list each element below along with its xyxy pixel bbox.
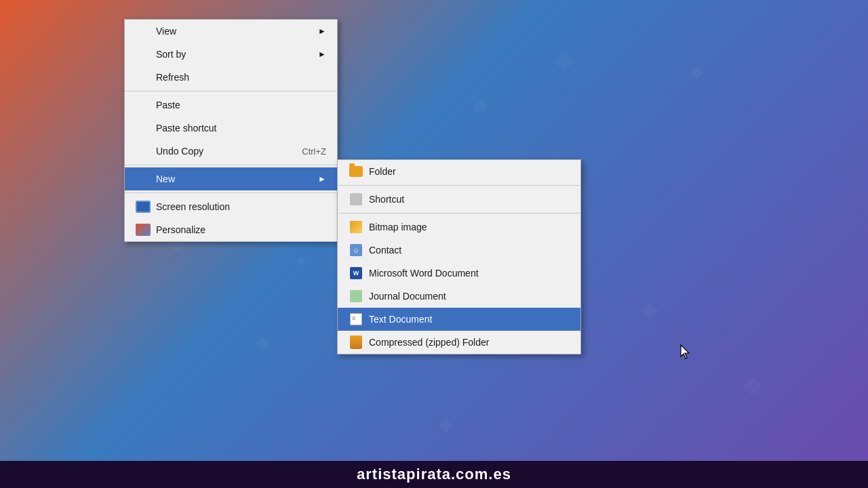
- menu-item-view[interactable]: View ►: [125, 20, 337, 43]
- sep-sub-2: [338, 213, 580, 214]
- view-icon: [136, 24, 151, 39]
- menu-item-paste-shortcut[interactable]: Paste shortcut: [125, 117, 337, 140]
- undo-shortcut: Ctrl+Z: [302, 146, 326, 157]
- sep-sub-1: [338, 185, 580, 186]
- personalize-icon: [136, 222, 151, 237]
- separator-1: [125, 91, 337, 92]
- menu-view-label: View: [156, 26, 318, 37]
- menu-undo-label: Undo Copy: [156, 146, 288, 157]
- word-icon: W: [349, 266, 363, 281]
- sort-icon: [136, 47, 151, 62]
- submenu-shortcut-label: Shortcut: [369, 194, 570, 205]
- menu-item-paste[interactable]: Paste: [125, 94, 337, 117]
- menu-new-label: New: [156, 174, 318, 184]
- paste-icon: [136, 98, 151, 113]
- submenu-item-word[interactable]: W Microsoft Word Document: [338, 262, 580, 285]
- menu-item-sort-by[interactable]: Sort by ►: [125, 43, 337, 66]
- new-arrow: ►: [318, 174, 326, 184]
- submenu-item-zip[interactable]: Compressed (zipped) Folder: [338, 331, 580, 354]
- bitmap-icon: [349, 220, 363, 235]
- submenu-contact-label: Contact: [369, 245, 570, 256]
- screen-resolution-icon: [136, 199, 151, 214]
- journal-icon: [349, 289, 363, 304]
- submenu-zip-label: Compressed (zipped) Folder: [369, 337, 570, 348]
- paste-shortcut-icon: [136, 121, 151, 136]
- menu-paste-shortcut-label: Paste shortcut: [156, 123, 326, 134]
- view-arrow: ►: [318, 26, 326, 36]
- submenu-item-journal[interactable]: Journal Document: [338, 285, 580, 308]
- menu-item-undo-copy[interactable]: Undo Copy Ctrl+Z: [125, 140, 337, 163]
- zip-icon: [349, 335, 363, 350]
- separator-3: [125, 192, 337, 193]
- submenu-word-label: Microsoft Word Document: [369, 268, 570, 279]
- separator-2: [125, 165, 337, 165]
- menu-paste-label: Paste: [156, 100, 326, 110]
- submenu-new: Folder Shortcut Bitmap image ☺ Contact W…: [337, 159, 581, 354]
- sort-arrow: ►: [318, 49, 326, 59]
- new-icon: [136, 171, 151, 186]
- contact-icon: ☺: [349, 243, 363, 258]
- website-label: artistapirata.com.es: [357, 466, 511, 483]
- submenu-text-label: Text Document: [369, 314, 570, 325]
- menu-refresh-label: Refresh: [156, 72, 326, 83]
- shortcut-icon: [349, 192, 363, 207]
- submenu-item-shortcut[interactable]: Shortcut: [338, 188, 580, 211]
- submenu-folder-label: Folder: [369, 166, 570, 177]
- submenu-item-bitmap[interactable]: Bitmap image: [338, 216, 580, 239]
- menu-sort-label: Sort by: [156, 49, 318, 60]
- refresh-icon: [136, 70, 151, 85]
- submenu-item-folder[interactable]: Folder: [338, 160, 580, 183]
- submenu-item-contact[interactable]: ☺ Contact: [338, 239, 580, 262]
- submenu-bitmap-label: Bitmap image: [369, 222, 570, 232]
- bottom-bar: artistapirata.com.es: [0, 461, 868, 488]
- menu-item-new[interactable]: New ►: [125, 167, 337, 190]
- menu-item-refresh[interactable]: Refresh: [125, 66, 337, 89]
- folder-icon: [349, 164, 363, 179]
- text-doc-icon: [349, 312, 363, 327]
- menu-personalize-label: Personalize: [156, 224, 326, 235]
- menu-screen-label: Screen resolution: [156, 201, 326, 212]
- menu-item-personalize[interactable]: Personalize: [125, 218, 337, 241]
- menu-item-screen-resolution[interactable]: Screen resolution: [125, 195, 337, 218]
- context-menu: View ► Sort by ► Refresh Paste Paste sho…: [124, 19, 338, 242]
- submenu-journal-label: Journal Document: [369, 291, 570, 302]
- submenu-item-text[interactable]: Text Document: [338, 308, 580, 331]
- undo-icon: [136, 144, 151, 159]
